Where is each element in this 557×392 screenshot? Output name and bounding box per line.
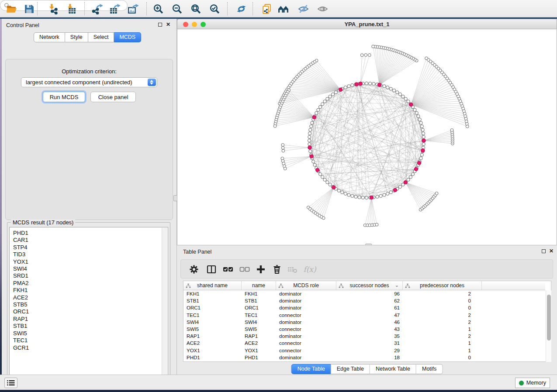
cell-mcds-role[interactable]: dominator — [276, 290, 336, 297]
mcds-dominator-node[interactable] — [414, 167, 418, 171]
cell-shared-name[interactable]: STB1 — [183, 297, 242, 304]
gene-node[interactable] — [351, 84, 354, 87]
gene-node[interactable] — [396, 91, 399, 94]
gene-node[interactable] — [310, 125, 313, 128]
zoom-fit-button[interactable] — [190, 3, 202, 15]
satellite-gene-node[interactable] — [375, 223, 378, 226]
cell-name[interactable]: YOX1 — [242, 347, 276, 354]
window-close-traffic-light[interactable] — [183, 22, 188, 27]
gene-node[interactable] — [326, 97, 329, 100]
mcds-result-item[interactable]: STB1 — [13, 323, 164, 330]
gene-node[interactable] — [308, 139, 311, 142]
cell-mcds-role[interactable]: connector — [276, 340, 336, 347]
gene-node[interactable] — [313, 163, 316, 166]
satellite-gene-node[interactable] — [281, 144, 284, 147]
mcds-dominator-node[interactable] — [316, 168, 319, 172]
cell-name[interactable]: ACE2 — [242, 340, 276, 347]
gene-node[interactable] — [354, 195, 357, 198]
mcds-result-item[interactable]: ACE2 — [13, 294, 164, 301]
cell-predecessor-nodes[interactable]: 0 — [403, 354, 474, 361]
cell-predecessor-nodes[interactable]: 0 — [403, 304, 474, 311]
gene-node[interactable] — [369, 82, 372, 85]
tab-edge-table[interactable]: Edge Table — [331, 364, 370, 374]
gene-node[interactable] — [337, 189, 340, 192]
mcds-result-item[interactable]: ORC1 — [13, 308, 164, 315]
satellite-gene-node[interactable] — [425, 57, 428, 60]
gene-node[interactable] — [347, 85, 350, 88]
memory-button[interactable]: Memory — [515, 378, 550, 388]
node-table[interactable]: shared namenameMCDS rolesuccessor nodes⌄… — [183, 281, 551, 362]
tab-network[interactable]: Network — [34, 32, 65, 42]
satellite-gene-node[interactable] — [372, 45, 375, 48]
cell-shared-name[interactable]: ORC1 — [183, 304, 242, 311]
cell-name[interactable]: FKH1 — [242, 290, 276, 297]
tab-network-table[interactable]: Network Table — [370, 364, 416, 374]
cell-successor-nodes[interactable]: 43 — [336, 326, 403, 333]
mcds-dominator-node[interactable] — [409, 103, 413, 107]
gene-node[interactable] — [323, 100, 326, 103]
mcds-dominator-node[interactable] — [422, 139, 426, 142]
gene-node[interactable] — [321, 175, 324, 179]
table-row[interactable]: PHD1PHD1dominator180 — [183, 354, 545, 361]
gene-node[interactable] — [409, 175, 412, 179]
cell-predecessor-nodes[interactable]: 1 — [403, 347, 474, 354]
gene-node[interactable] — [372, 82, 375, 85]
mcds-result-item[interactable]: PHD1 — [13, 230, 164, 237]
cell-mcds-role[interactable]: dominator — [276, 297, 336, 304]
satellite-gene-node[interactable] — [435, 192, 438, 195]
save-session-button[interactable] — [23, 3, 35, 15]
gene-node[interactable] — [407, 100, 410, 103]
column-header-predecessor-nodes[interactable]: predecessor nodes — [403, 281, 482, 290]
table-scrollbar[interactable] — [546, 290, 551, 362]
export-table-button[interactable] — [108, 3, 121, 15]
network-view-canvas[interactable] — [177, 29, 557, 245]
mcds-result-item[interactable]: TID3 — [13, 251, 164, 258]
cell-mcds-role[interactable]: dominator — [276, 319, 336, 326]
gene-node[interactable] — [422, 143, 425, 146]
gene-node[interactable] — [318, 105, 322, 108]
cell-mcds-role[interactable]: connector — [276, 347, 336, 354]
gene-node[interactable] — [419, 121, 422, 124]
import-table-button[interactable] — [65, 3, 77, 15]
gene-node[interactable] — [308, 132, 311, 135]
satellite-gene-node[interactable] — [281, 146, 284, 149]
show-hide-details-button[interactable] — [316, 3, 329, 15]
gene-node[interactable] — [421, 128, 424, 131]
duplicate-network-button[interactable] — [260, 3, 273, 15]
gene-node[interactable] — [419, 157, 422, 160]
gene-node[interactable] — [329, 183, 332, 186]
gene-node[interactable] — [398, 185, 401, 188]
gene-node[interactable] — [376, 195, 379, 198]
gene-node[interactable] — [321, 103, 324, 106]
gene-node[interactable] — [317, 108, 320, 111]
cell-successor-nodes[interactable]: 31 — [336, 340, 403, 347]
export-network-button[interactable] — [91, 3, 103, 15]
cell-mcds-role[interactable]: connector — [276, 312, 336, 319]
window-minimize-traffic-light[interactable] — [192, 22, 197, 27]
cell-name[interactable]: STB1 — [242, 297, 276, 304]
cell-mcds-role[interactable]: dominator — [276, 333, 336, 340]
gene-node[interactable] — [389, 191, 392, 194]
cell-name[interactable]: SWI4 — [242, 319, 276, 326]
cell-predecessor-nodes[interactable]: 1 — [403, 340, 474, 347]
cell-successor-nodes[interactable]: 47 — [336, 312, 403, 319]
cell-predecessor-nodes[interactable]: 1 — [403, 326, 474, 333]
gene-node[interactable] — [344, 192, 347, 195]
gene-node[interactable] — [401, 95, 405, 98]
gene-node[interactable] — [398, 93, 401, 96]
open-file-button[interactable] — [5, 3, 17, 15]
mcds-dominator-node[interactable] — [418, 161, 421, 165]
run-mcds-button[interactable]: Run MCDS — [43, 92, 85, 102]
gene-node[interactable] — [351, 194, 354, 197]
gene-node[interactable] — [420, 153, 423, 156]
gene-node[interactable] — [331, 93, 334, 96]
gene-node[interactable] — [417, 115, 420, 118]
gene-node[interactable] — [344, 86, 347, 89]
network-window-titlebar[interactable]: YPA_prune.txt_1 — [177, 19, 557, 29]
settings-button[interactable] — [188, 264, 200, 275]
gene-node[interactable] — [411, 172, 414, 175]
mcds-result-item[interactable]: FKH1 — [13, 287, 164, 294]
cell-successor-nodes[interactable]: 62 — [336, 297, 403, 304]
float-panel-icon[interactable] — [158, 23, 162, 27]
table-row[interactable]: YOX1YOX1connector291 — [183, 347, 545, 354]
